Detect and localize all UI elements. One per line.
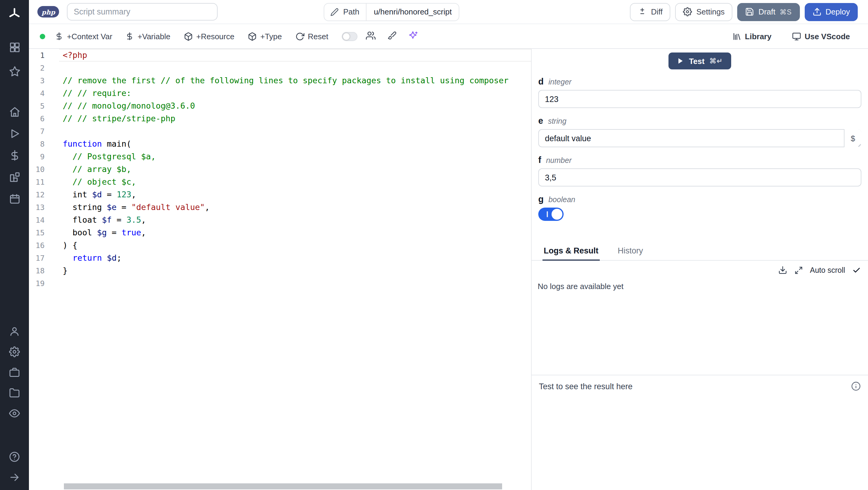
result-section: Test to see the result here (532, 375, 868, 397)
line-number: 1 (29, 49, 44, 62)
no-logs-message: No logs are available yet (532, 282, 868, 291)
code-line[interactable]: 8function main( (29, 138, 531, 150)
arg-type: integer (549, 78, 571, 86)
sidebar-arrow-right-icon[interactable] (0, 467, 29, 488)
sidebar-grid-icon[interactable] (0, 35, 29, 59)
line-number: 19 (29, 277, 44, 290)
sidebar-home-icon[interactable] (0, 101, 29, 122)
horizontal-scrollbar-thumb[interactable] (64, 483, 502, 489)
code-line[interactable]: 17 return $d; (29, 252, 531, 264)
code-editor[interactable]: 1<?php23// remove the first // of the fo… (29, 49, 531, 490)
code-line[interactable]: 5// // monolog/monolog@3.6.0 (29, 99, 531, 112)
users-icon (366, 30, 375, 42)
tab-logs-result[interactable]: Logs & Result (542, 244, 600, 261)
library-button[interactable]: Library (733, 32, 772, 41)
pencil-icon (331, 7, 339, 16)
arg-toggle-g[interactable] (538, 208, 564, 221)
code-line[interactable]: 3// remove the first // of the following… (29, 74, 531, 87)
add-context-var-button[interactable]: +Context Var (55, 32, 113, 41)
line-number: 17 (29, 252, 44, 264)
sidebar-folder-icon[interactable] (0, 382, 29, 403)
code-line[interactable]: 11 // object $c, (29, 176, 531, 188)
arg-type: boolean (549, 196, 575, 204)
code-line[interactable]: 10 // array $b, (29, 163, 531, 176)
line-number: 11 (29, 176, 44, 188)
download-logs-icon[interactable] (778, 265, 787, 275)
code-line[interactable]: 12 int $d = 123, (29, 188, 531, 201)
code-line[interactable]: 6// // stripe/stripe-php (29, 112, 531, 125)
code-line[interactable]: 19 (29, 277, 531, 290)
sidebar-help-icon[interactable] (0, 446, 29, 467)
multiplayer-toggle[interactable] (341, 32, 357, 41)
line-number: 4 (29, 87, 44, 99)
windmill-logo-icon[interactable] (0, 6, 29, 22)
use-vscode-button[interactable]: Use VScode (792, 32, 850, 41)
path-value: u/henri/honored_script (366, 3, 459, 20)
tab-history[interactable]: History (617, 244, 644, 260)
path-control[interactable]: Path u/henri/honored_script (324, 3, 460, 21)
sidebar-settings-icon[interactable] (0, 342, 29, 362)
arg-field-f: fnumber (538, 155, 861, 186)
line-number: 2 (29, 62, 44, 74)
arguments-form: dintegerestring$fnumbergboolean (532, 73, 868, 229)
reset-icon (295, 32, 304, 41)
editor-toolbar: +Context Var +Variable +Resource +Type R… (29, 24, 868, 49)
result-placeholder: Test to see the result here (539, 382, 632, 391)
info-icon[interactable] (851, 381, 861, 391)
code-line[interactable]: 2 (29, 62, 531, 74)
add-variable-button[interactable]: +Variable (126, 32, 170, 41)
multiplayer-users-button[interactable] (366, 30, 375, 42)
code-line[interactable]: 4// // require: (29, 87, 531, 99)
sidebar-blocks-icon[interactable] (0, 166, 29, 188)
test-button[interactable]: Test ⌘↵ (669, 53, 731, 69)
auto-scroll-label[interactable]: Auto scroll (810, 266, 845, 274)
expand-logs-icon[interactable] (794, 266, 803, 274)
sidebar-eye-icon[interactable] (0, 403, 29, 424)
sidebar-briefcase-icon[interactable] (0, 362, 29, 382)
add-type-button[interactable]: +Type (248, 32, 282, 41)
code-line[interactable]: 7 (29, 125, 531, 138)
upload-icon (812, 7, 821, 16)
horizontal-scrollbar[interactable] (29, 483, 523, 490)
line-number: 12 (29, 188, 44, 201)
code-line[interactable]: 1<?php (29, 49, 531, 62)
test-shortcut: ⌘↵ (710, 57, 723, 65)
line-number: 18 (29, 264, 44, 277)
diff-icon (638, 7, 647, 16)
code-line[interactable]: 15 bool $g = true, (29, 226, 531, 239)
code-line[interactable]: 14 float $f = 3.5, (29, 213, 531, 226)
script-summary-input[interactable] (67, 3, 218, 21)
check-icon[interactable] (852, 266, 861, 274)
sidebar-dollar-icon[interactable] (0, 144, 29, 166)
arg-input-d[interactable] (538, 90, 861, 108)
code-line[interactable]: 16) { (29, 239, 531, 252)
sidebar-play-icon[interactable] (0, 122, 29, 144)
sidebar-star-icon[interactable] (0, 59, 29, 83)
draft-shortcut: ⌘S (780, 7, 792, 16)
draft-button[interactable]: Draft ⌘S (737, 3, 800, 21)
code-line[interactable]: 13 string $e = "default value", (29, 201, 531, 213)
arg-type: string (548, 117, 566, 125)
format-code-button[interactable] (387, 31, 396, 41)
diff-button-label: Diff (651, 7, 663, 16)
sidebar (0, 0, 29, 490)
arg-input-e[interactable] (538, 129, 861, 147)
sidebar-calendar-icon[interactable] (0, 188, 29, 209)
ai-assistant-button[interactable] (408, 30, 418, 42)
add-resource-button[interactable]: +Resource (184, 32, 234, 41)
deploy-button[interactable]: Deploy (804, 3, 858, 21)
arg-field-g: gboolean (538, 194, 861, 221)
sidebar-user-icon[interactable] (0, 321, 29, 342)
sparkles-icon (408, 30, 418, 42)
line-number: 15 (29, 226, 44, 239)
reset-button[interactable]: Reset (295, 32, 328, 41)
arg-input-f[interactable] (538, 168, 861, 186)
package-icon (184, 32, 193, 41)
preview-panel: Test ⌘↵ dintegerestring$fnumbergboolean … (531, 49, 868, 490)
code-line[interactable]: 9 // Postgresql $a, (29, 150, 531, 163)
diff-button[interactable]: Diff (630, 3, 671, 21)
code-line[interactable]: 18} (29, 264, 531, 277)
arg-name: f (538, 155, 541, 165)
line-number: 10 (29, 163, 44, 176)
settings-button[interactable]: Settings (675, 3, 733, 21)
